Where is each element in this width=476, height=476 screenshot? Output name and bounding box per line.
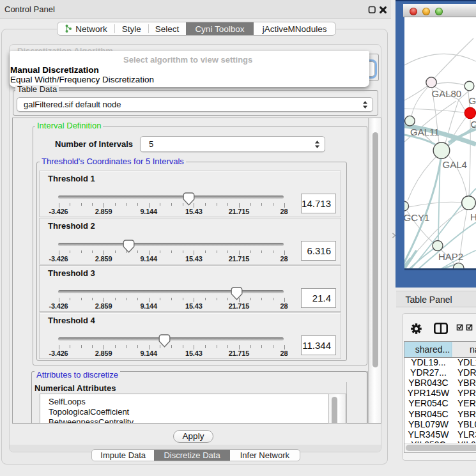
svg-text:C: C <box>471 119 476 130</box>
svg-text:GAL11: GAL11 <box>410 127 440 137</box>
svg-text:GA: GA <box>469 95 476 106</box>
svg-text:GCY1: GCY1 <box>404 212 429 223</box>
svg-text:HAP2: HAP2 <box>438 251 463 262</box>
svg-text:H: H <box>470 211 476 222</box>
svg-text:GAL80: GAL80 <box>432 88 462 99</box>
svg-text:GAL4: GAL4 <box>443 159 467 170</box>
